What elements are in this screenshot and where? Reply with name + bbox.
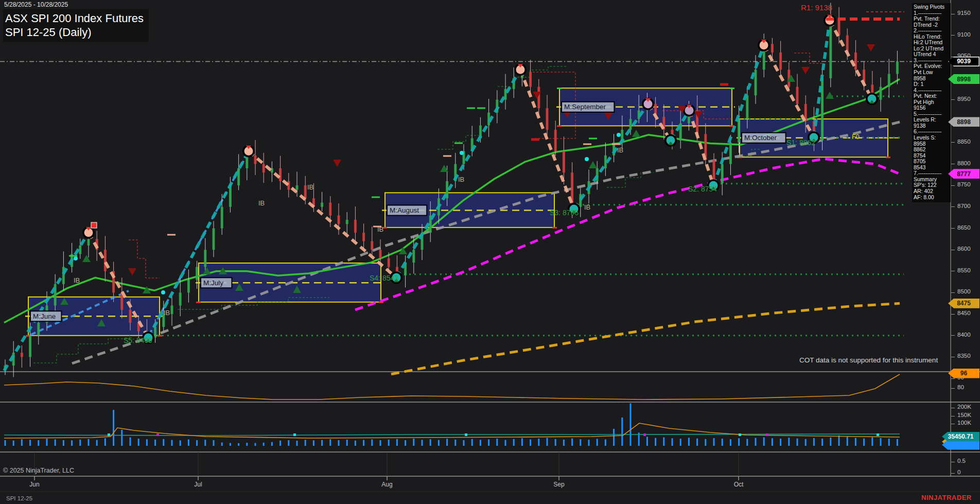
candle-body — [254, 155, 257, 164]
volume-bar — [830, 438, 831, 446]
volume-bar — [855, 438, 856, 446]
oscillator-tick: 80 — [957, 384, 964, 390]
swing-pivots-panel: Swing Pivots1.-------------Pvt. Trend:DT… — [912, 3, 951, 202]
lower-panel-tick: 0 — [957, 469, 960, 475]
candle-body — [746, 95, 748, 119]
candle-body — [412, 250, 415, 263]
volume-bar — [55, 440, 56, 446]
volume-bar — [454, 440, 456, 446]
volume-bar — [530, 440, 531, 446]
support-level-label: S4: 8543 — [370, 274, 398, 282]
month-label-Jul[interactable]: Jul — [194, 481, 202, 488]
volume-tick: 150K — [957, 412, 971, 418]
volume-bar — [513, 439, 515, 446]
volume-magenta-dot — [643, 433, 646, 436]
candle-body — [221, 207, 223, 229]
price-tick-dash — [951, 164, 955, 164]
volume-bar — [538, 439, 539, 446]
date-range: 5/28/2025 - 10/28/2025 — [4, 1, 68, 8]
price-tag-8475: 8475 — [948, 299, 979, 308]
volume-bar — [13, 441, 14, 446]
candle-body — [346, 220, 348, 224]
volume-cyan-dot — [465, 433, 467, 436]
volume-bar — [880, 438, 882, 446]
volume-bar — [154, 440, 156, 446]
volume-bar — [613, 429, 615, 446]
ib-label: IB — [164, 309, 170, 317]
volume-bar — [838, 436, 840, 446]
candle-body — [29, 336, 31, 357]
volume-bar — [163, 439, 164, 446]
volume-bar — [580, 439, 581, 446]
candle-body — [104, 250, 107, 271]
candle-body — [37, 323, 40, 336]
volume-bar — [196, 440, 198, 446]
month-label-Oct[interactable]: Oct — [734, 481, 744, 488]
candle-body — [171, 305, 173, 314]
volume-bar — [113, 410, 114, 446]
price-tick: 9100 — [957, 31, 971, 38]
volume-bar — [5, 440, 6, 446]
candle-body — [529, 72, 532, 86]
month-label-Aug[interactable]: Aug — [381, 481, 392, 488]
volume-bar — [329, 439, 331, 446]
volume-bar — [146, 439, 148, 446]
volume-bar — [313, 440, 314, 446]
candle-body — [896, 61, 899, 74]
volume-bar — [230, 443, 231, 446]
candle-body — [179, 292, 182, 305]
volume-bar — [346, 440, 348, 446]
volume-magenta-dot — [156, 433, 159, 436]
price-tick-dash — [951, 335, 955, 336]
box-corner-tick — [886, 157, 890, 158]
volume-bar — [213, 440, 215, 446]
candle-body — [738, 119, 740, 143]
volume-bar — [863, 439, 865, 446]
ib-label: IB — [458, 176, 464, 183]
volume-bar — [688, 438, 690, 446]
candle-body — [721, 164, 724, 183]
volume-bar — [788, 438, 790, 446]
ib-label: IB — [377, 225, 383, 233]
candle-body — [129, 310, 132, 323]
volume-bar — [505, 440, 506, 446]
instrument-tab[interactable]: SPI 12-25 — [6, 495, 32, 501]
volume-bar — [888, 439, 890, 446]
volume-bar — [821, 439, 823, 446]
volume-bar — [279, 441, 281, 446]
price-tick-dash — [951, 206, 955, 207]
volume-bar — [29, 440, 31, 446]
cyan-dot-marker — [161, 290, 165, 294]
volume-bar — [597, 439, 598, 446]
cyan-dot-marker — [617, 133, 621, 137]
volume-bar — [288, 440, 289, 446]
chart-canvas[interactable]: S5: 8400S4: 8543S3: 8705S2: 8754S1: 8862… — [0, 0, 980, 504]
volume-bar — [96, 440, 98, 446]
volume-bar — [755, 438, 757, 446]
price-tick: 8950 — [957, 96, 971, 102]
month-label-Sep[interactable]: Sep — [553, 481, 564, 488]
volume-bar — [563, 440, 565, 446]
green-tick-marker — [372, 197, 380, 198]
price-tick: 8750 — [957, 181, 971, 187]
price-tick-dash — [951, 250, 955, 250]
month-label-Jun[interactable]: Jun — [29, 481, 39, 488]
volume-tick: 100K — [957, 420, 971, 426]
volume-tick: 200K — [957, 404, 971, 410]
support-level-label: S3: 8705 — [550, 208, 579, 217]
volume-bar — [630, 403, 632, 446]
candle-body — [888, 74, 890, 87]
month-box-label: M:October — [744, 134, 777, 142]
price-tick: 8550 — [957, 267, 971, 273]
volume-cyan-dot — [108, 433, 110, 436]
volume-bar — [847, 437, 848, 446]
price-tag-8998: 8998 — [948, 74, 979, 84]
price-tick-dash — [951, 228, 955, 229]
volume-tick-dash — [951, 416, 955, 416]
volume-magenta-dot — [766, 433, 768, 436]
price-tick-dash — [951, 314, 955, 315]
swing-panel-line: D: 1 — [914, 81, 951, 88]
volume-bar — [496, 439, 498, 446]
volume-value-tag: 35450.71 — [942, 432, 979, 442]
volume-bar — [422, 440, 423, 446]
